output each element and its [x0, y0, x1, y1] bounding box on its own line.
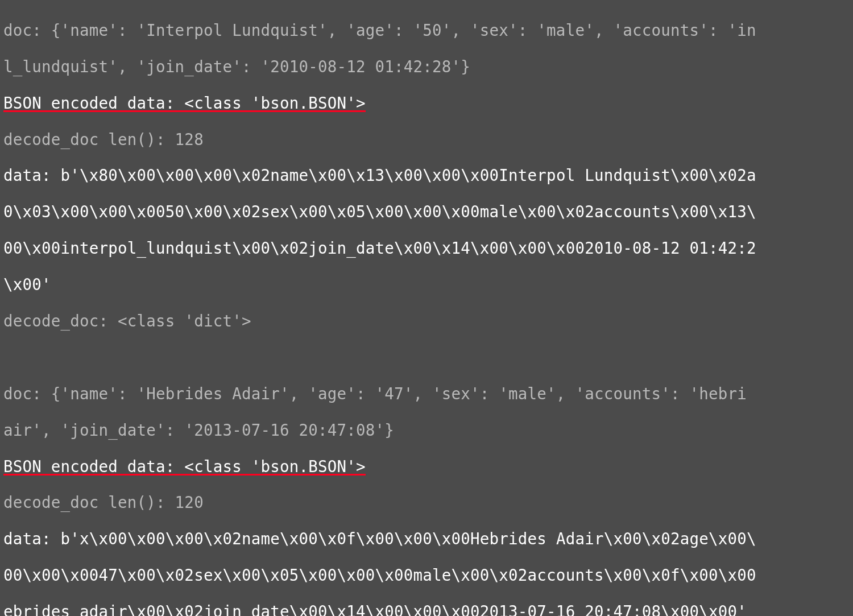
data-bytes: 00\x00interpol_lundquist\x00\x02join_dat…: [3, 239, 853, 258]
data-bytes: \x00': [3, 276, 853, 294]
data-label: data:: [3, 166, 61, 184]
data-label: data:: [3, 530, 61, 548]
doc-line: l_lundquist', 'join_date': '2010-08-12 0…: [3, 58, 853, 76]
decode-doc-line: decode_doc: <class 'dict'>: [3, 312, 853, 330]
doc-line: doc: {'name': 'Hebrides Adair', 'age': '…: [3, 385, 853, 403]
bson-encoded-line: BSON encoded data: <class 'bson.BSON'>: [3, 459, 366, 476]
doc-line: air', 'join_date': '2013-07-16 20:47:08'…: [3, 421, 853, 440]
decode-len-line: decode_doc len(): 128: [3, 131, 853, 149]
data-bytes: ebrides_adair\x00\x02join_date\x00\x14\x…: [3, 603, 853, 616]
decode-len-line: decode_doc len(): 120: [3, 494, 853, 512]
terminal-output: doc: {'name': 'Interpol Lundquist', 'age…: [0, 0, 853, 616]
data-bytes: 0\x03\x00\x00\x0050\x00\x02sex\x00\x05\x…: [3, 203, 853, 221]
data-bytes: 00\x00\x0047\x00\x02sex\x00\x05\x00\x00\…: [3, 567, 853, 585]
data-bytes: b'\x80\x00\x00\x00\x02name\x00\x13\x00\x…: [61, 166, 756, 184]
doc-line: doc: {'name': 'Interpol Lundquist', 'age…: [3, 22, 853, 40]
bson-encoded-line: BSON encoded data: <class 'bson.BSON'>: [3, 96, 366, 112]
data-bytes: b'x\x00\x00\x00\x02name\x00\x0f\x00\x00\…: [61, 530, 756, 548]
